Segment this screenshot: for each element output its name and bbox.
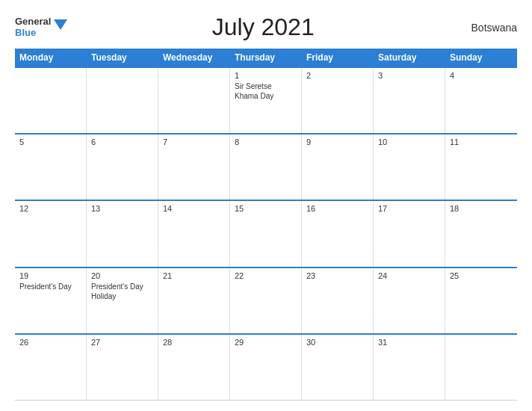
- day-number: 10: [378, 137, 440, 146]
- calendar-body: 1Sir Seretse Khama Day234567891011121314…: [15, 67, 517, 401]
- cal-header-day: Thursday: [230, 49, 302, 67]
- page: General Blue July 2021 Botswana MondayTu…: [0, 0, 532, 411]
- day-number: 1: [235, 71, 297, 80]
- calendar-cell: 15: [230, 201, 302, 266]
- day-number: 3: [378, 71, 440, 80]
- day-number: 12: [19, 204, 81, 213]
- holiday-label: President's Day: [19, 282, 72, 291]
- day-number: 25: [450, 271, 513, 280]
- day-number: 18: [450, 204, 513, 213]
- header: General Blue July 2021 Botswana: [15, 13, 517, 41]
- day-number: 5: [19, 137, 81, 146]
- day-number: 9: [306, 137, 368, 146]
- calendar-cell: [15, 68, 87, 133]
- calendar-cell: [445, 335, 517, 400]
- calendar-cell: 30: [302, 335, 374, 400]
- calendar-week: 19President's Day20President's Day Holid…: [15, 268, 517, 335]
- cal-header-day: Friday: [302, 49, 374, 67]
- calendar-cell: 22: [230, 268, 302, 333]
- calendar-cell: 27: [87, 335, 158, 400]
- day-number: 14: [163, 204, 225, 213]
- day-number: 29: [235, 338, 297, 347]
- calendar-cell: 16: [302, 201, 374, 266]
- calendar-header: MondayTuesdayWednesdayThursdayFridaySatu…: [15, 49, 517, 67]
- calendar-cell: 1Sir Seretse Khama Day: [230, 68, 302, 133]
- calendar-cell: 3: [374, 68, 445, 133]
- calendar-cell: 6: [87, 135, 158, 200]
- day-number: 7: [163, 137, 225, 146]
- calendar-cell: 19President's Day: [15, 268, 87, 333]
- calendar-week: 262728293031: [15, 335, 517, 401]
- calendar-cell: 9: [302, 135, 374, 200]
- logo-text: General Blue: [15, 16, 51, 38]
- calendar-cell: 31: [374, 335, 445, 400]
- day-number: 24: [378, 271, 440, 280]
- calendar-cell: 12: [15, 201, 87, 266]
- calendar-cell: [87, 68, 158, 133]
- calendar-cell: 21: [158, 268, 230, 333]
- page-title: July 2021: [69, 13, 457, 41]
- calendar-cell: 5: [15, 135, 87, 200]
- calendar-cell: 26: [15, 335, 87, 400]
- logo-general: General: [15, 16, 51, 27]
- day-number: 20: [91, 271, 153, 280]
- holiday-label: President's Day Holiday: [91, 282, 143, 300]
- logo-flag-icon: [52, 16, 69, 33]
- day-number: 22: [235, 271, 297, 280]
- cal-header-day: Wednesday: [158, 49, 230, 67]
- day-number: 8: [235, 137, 297, 146]
- day-number: 26: [19, 338, 81, 347]
- calendar-cell: 13: [87, 201, 158, 266]
- calendar-cell: 29: [230, 335, 302, 400]
- svg-marker-0: [54, 19, 67, 30]
- calendar-week: 567891011: [15, 135, 517, 201]
- calendar-cell: 8: [230, 135, 302, 200]
- calendar-cell: 11: [445, 135, 517, 200]
- calendar-cell: 2: [302, 68, 374, 133]
- day-number: 16: [306, 204, 368, 213]
- calendar-cell: 25: [445, 268, 517, 333]
- calendar-cell: [158, 68, 230, 133]
- day-number: 2: [306, 71, 368, 80]
- day-number: 30: [306, 338, 368, 347]
- cal-header-day: Saturday: [374, 49, 445, 67]
- holiday-label: Sir Seretse Khama Day: [235, 82, 273, 100]
- logo-blue: Blue: [15, 28, 51, 38]
- calendar-cell: 18: [445, 201, 517, 266]
- calendar-cell: 14: [158, 201, 230, 266]
- day-number: 11: [450, 137, 513, 146]
- day-number: 31: [378, 338, 440, 347]
- calendar-cell: 23: [302, 268, 374, 333]
- cal-header-day: Monday: [15, 49, 87, 67]
- cal-header-day: Tuesday: [87, 49, 158, 67]
- calendar-cell: 28: [158, 335, 230, 400]
- calendar-cell: 24: [374, 268, 445, 333]
- day-number: 21: [163, 271, 225, 280]
- country-label: Botswana: [457, 22, 517, 34]
- calendar: MondayTuesdayWednesdayThursdayFridaySatu…: [15, 49, 517, 401]
- day-number: 19: [19, 271, 81, 280]
- day-number: 17: [378, 204, 440, 213]
- cal-header-day: Sunday: [445, 49, 517, 67]
- day-number: 23: [306, 271, 368, 280]
- day-number: 27: [91, 338, 153, 347]
- calendar-cell: 17: [374, 201, 445, 266]
- logo: General Blue: [15, 16, 69, 38]
- day-number: 28: [163, 338, 225, 347]
- calendar-cell: 20President's Day Holiday: [87, 268, 158, 333]
- day-number: 15: [235, 204, 297, 213]
- calendar-week: 12131415161718: [15, 201, 517, 268]
- day-number: 4: [450, 71, 513, 80]
- calendar-cell: 10: [374, 135, 445, 200]
- day-number: 13: [91, 204, 153, 213]
- calendar-cell: 4: [445, 68, 517, 133]
- calendar-week: 1Sir Seretse Khama Day234: [15, 67, 517, 135]
- day-number: 6: [91, 137, 153, 146]
- calendar-cell: 7: [158, 135, 230, 200]
